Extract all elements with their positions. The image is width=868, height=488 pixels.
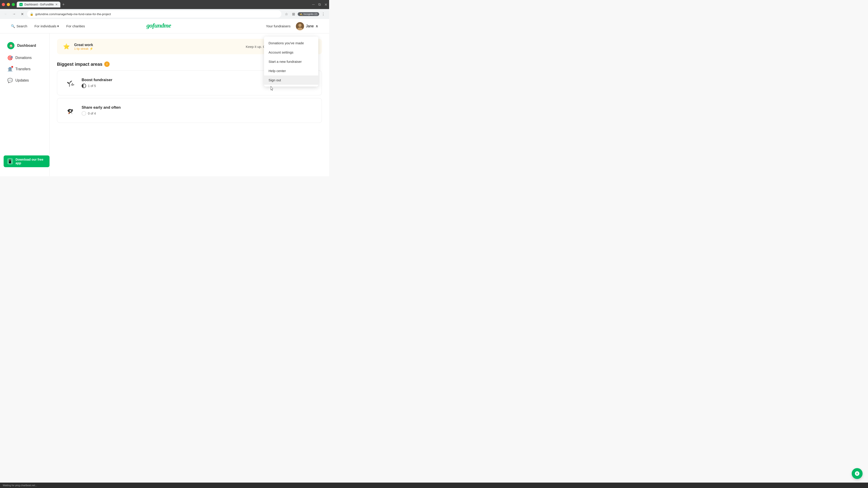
reload-button[interactable]: ✕	[19, 11, 25, 17]
side-panel-button[interactable]: ⊞	[290, 11, 297, 17]
nav-left: 🔍 Search For individuals ▾ For charities	[11, 24, 85, 28]
dropdown-start-fundraiser-label: Start a new fundraiser	[269, 60, 302, 64]
streak-star-icon: ⭐	[62, 42, 70, 51]
sidebar-item-transfers[interactable]: 🏦 Transfers	[2, 64, 48, 74]
minimize-window-button[interactable]	[7, 3, 10, 6]
sidebar-item-donations[interactable]: 🎯 Donations	[2, 53, 48, 63]
dropdown-start-fundraiser[interactable]: Start a new fundraiser	[264, 57, 318, 66]
avatar	[296, 22, 304, 30]
tab-title: Dashboard - GoFundMe	[24, 3, 54, 6]
sidebar-updates-label: Updates	[16, 78, 29, 83]
svg-point-2	[298, 24, 302, 27]
for-charities-nav-item[interactable]: For charities	[66, 24, 85, 28]
search-nav-item[interactable]: 🔍 Search	[11, 24, 27, 28]
url-text: gofundme.com/manage/help-me-fund-raise-f…	[35, 12, 111, 16]
streak-subtitle: 1 tip streak ⚡	[74, 47, 93, 51]
user-dropdown-menu: Donations you've made Account settings S…	[264, 37, 318, 87]
maximize-window-button[interactable]	[12, 3, 15, 6]
streak-count: 1 tip streak	[74, 47, 89, 51]
restore-icon[interactable]: ⧉	[318, 2, 321, 6]
impact-badge-text: i	[107, 63, 107, 66]
website: 🔍 Search For individuals ▾ For charities…	[0, 19, 329, 176]
updates-icon: 💬	[7, 78, 13, 83]
download-app-label: Download our free app	[16, 158, 46, 165]
sidebar-item-dashboard[interactable]: 🏠 Dashboard	[2, 39, 48, 52]
browser-title-bar: G Dashboard - GoFundMe ✕ + ─ ⧉ ✕	[0, 0, 329, 9]
search-label: Search	[17, 24, 27, 28]
dashboard-icon: 🏠	[7, 42, 14, 49]
for-charities-label: For charities	[66, 24, 85, 28]
boost-progress-circle	[82, 84, 86, 88]
user-name: Jane	[306, 24, 314, 28]
new-tab-button[interactable]: +	[60, 2, 66, 7]
impact-card-share[interactable]: Share early and often 0 of 4	[57, 98, 322, 123]
dropdown-help-center[interactable]: Help center	[264, 66, 318, 75]
chevron-down-icon: ▾	[57, 24, 59, 28]
impact-info-badge[interactable]: i	[104, 61, 110, 67]
share-progress-text: 0 of 4	[88, 111, 96, 115]
search-icon: 🔍	[11, 24, 15, 28]
download-app-button[interactable]: 📱 Download our free app	[4, 156, 50, 167]
share-icon	[63, 104, 76, 117]
nav-right: Your fundraisers Jane ∧ Donations you've…	[266, 22, 318, 30]
boost-title: Boost fundraiser	[82, 78, 112, 82]
dropdown-sign-out-label: Sign out	[269, 78, 281, 82]
for-individuals-nav-item[interactable]: For individuals ▾	[35, 24, 59, 28]
your-fundraisers-link[interactable]: Your fundraisers	[266, 24, 291, 28]
notification-dot	[11, 66, 13, 68]
incognito-badge[interactable]: 🕵 Incognito (2)	[298, 12, 319, 16]
share-progress-circle	[82, 111, 86, 116]
sidebar: 🏠 Dashboard 🎯 Donations 🏦 Transfers 💬 Up…	[0, 33, 50, 176]
site-nav: 🔍 Search For individuals ▾ For charities…	[0, 19, 329, 33]
svg-text:gofundme: gofundme	[147, 22, 171, 29]
forward-button[interactable]: →	[11, 11, 17, 17]
dropdown-donations-label: Donations you've made	[269, 41, 304, 45]
site-logo[interactable]: gofundme	[147, 21, 183, 31]
minimize-icon[interactable]: ─	[312, 2, 315, 6]
bookmark-button[interactable]: ☆	[283, 11, 289, 17]
svg-point-4	[72, 84, 73, 86]
streak-lightning-icon: ⚡	[90, 47, 93, 51]
streak-title: Great work	[74, 43, 93, 47]
boost-info: Boost fundraiser 1 of 5	[82, 78, 112, 88]
sidebar-donations-label: Donations	[16, 56, 32, 60]
incognito-icon: 🕵	[300, 13, 303, 15]
sidebar-dashboard-label: Dashboard	[17, 43, 36, 48]
boost-progress-text: 1 of 5	[88, 84, 96, 88]
dropdown-sign-out[interactable]: Sign out	[264, 75, 318, 85]
address-bar[interactable]: 🔒 gofundme.com/manage/help-me-fund-raise…	[27, 10, 281, 18]
chevron-down-icon: ∧	[315, 24, 318, 28]
streak-content: Great work 1 tip streak ⚡	[74, 43, 93, 51]
donations-icon: 🎯	[7, 55, 13, 61]
user-menu-button[interactable]: Jane ∧	[296, 22, 318, 30]
share-title: Share early and often	[82, 105, 121, 110]
transfers-icon: 🏦	[7, 66, 13, 72]
dropdown-account-settings-label: Account settings	[269, 51, 293, 54]
for-individuals-label: For individuals	[35, 24, 57, 28]
tab-favicon: G	[20, 3, 23, 6]
tab-close-button[interactable]: ✕	[55, 3, 58, 6]
download-icon: 📱	[7, 158, 13, 164]
share-progress: 0 of 4	[82, 111, 121, 116]
browser-toolbar: ← → ✕ 🔒 gofundme.com/manage/help-me-fund…	[0, 9, 329, 19]
browser-chrome: G Dashboard - GoFundMe ✕ + ─ ⧉ ✕ ← → ✕ 🔒…	[0, 0, 329, 19]
boost-progress: 1 of 5	[82, 84, 112, 88]
share-info: Share early and often 0 of 4	[82, 105, 121, 116]
window-controls	[2, 3, 15, 6]
sidebar-transfers-label: Transfers	[16, 67, 31, 71]
close-window-button[interactable]	[2, 3, 5, 6]
dropdown-donations-made[interactable]: Donations you've made	[264, 38, 318, 48]
more-options-button[interactable]: ⋮	[320, 11, 327, 17]
section-title-text: Biggest impact areas	[57, 62, 102, 67]
boost-icon	[63, 76, 76, 90]
incognito-label: Incognito (2)	[304, 13, 317, 15]
dropdown-account-settings[interactable]: Account settings	[264, 48, 318, 57]
svg-point-5	[70, 110, 71, 112]
dropdown-help-center-label: Help center	[269, 69, 286, 73]
sidebar-item-updates[interactable]: 💬 Updates	[2, 75, 48, 86]
toolbar-icons: ☆ ⊞ 🕵 Incognito (2) ⋮	[283, 11, 327, 17]
window-action-controls: ─ ⧉ ✕	[312, 2, 327, 7]
back-button[interactable]: ←	[3, 11, 9, 17]
close-icon[interactable]: ✕	[324, 2, 327, 7]
